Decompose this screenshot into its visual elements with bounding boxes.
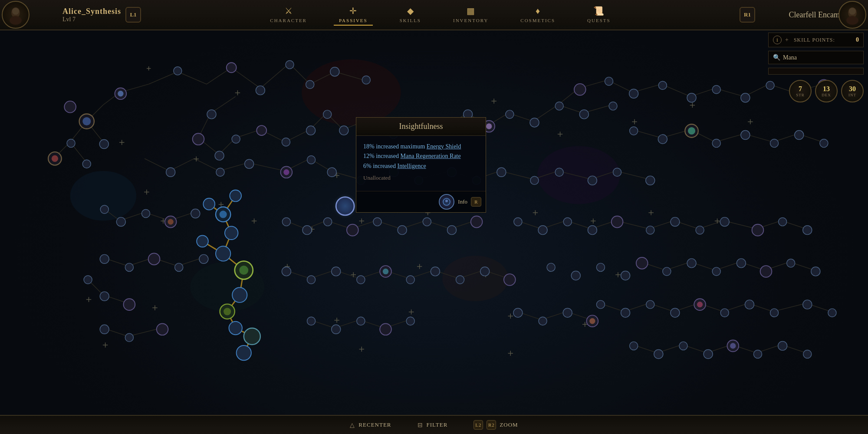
character-name: Alice_Synthesis bbox=[62, 7, 121, 16]
bottom-bar: △ RECENTER ⊟ FILTER L2 R2 ZOOM bbox=[0, 415, 868, 434]
svg-point-262 bbox=[849, 8, 856, 15]
navigation-tabs: ⚔ CHARACTER ✛ PASSIVES ◆ SKILLS ▦ INVENT… bbox=[145, 4, 735, 26]
svg-point-259 bbox=[12, 8, 19, 15]
right-panel: i + SKILL POINTS: 0 🔍 7 STR 13 DEX 30 IN… bbox=[768, 33, 864, 106]
search-input[interactable] bbox=[783, 54, 859, 61]
zoom-button[interactable]: L2 R2 ZOOM bbox=[473, 420, 518, 430]
search-icon: 🔍 bbox=[773, 54, 780, 61]
character-tab-label: CHARACTER bbox=[270, 18, 307, 23]
plus-icon: + bbox=[785, 36, 789, 43]
tab-quests[interactable]: 📜 QUESTS bbox=[582, 4, 616, 26]
str-label: STR bbox=[796, 93, 805, 97]
cosmetics-tab-label: COSMETICS bbox=[520, 18, 555, 23]
tooltip-status: Unallocated bbox=[363, 171, 479, 185]
passives-tab-icon: ✛ bbox=[349, 6, 357, 16]
tab-inventory[interactable]: ▦ INVENTORY bbox=[448, 4, 493, 26]
svg-point-261 bbox=[846, 16, 858, 25]
character-avatar-right bbox=[838, 1, 866, 29]
skill-points-bar: i + SKILL POINTS: 0 bbox=[768, 33, 864, 47]
recenter-label: RECENTER bbox=[358, 421, 391, 428]
dex-value: 13 bbox=[823, 85, 830, 93]
svg-point-264 bbox=[445, 200, 448, 202]
tooltip-r-button[interactable]: R bbox=[471, 197, 481, 207]
character-tab-icon: ⚔ bbox=[285, 6, 293, 16]
info-icon[interactable]: i bbox=[773, 36, 782, 44]
filter-label: FILTER bbox=[427, 421, 448, 428]
tooltip-info-button[interactable]: Info bbox=[458, 198, 467, 205]
skills-tab-icon: ◆ bbox=[407, 6, 414, 16]
zoom-label: ZOOM bbox=[500, 421, 518, 428]
tooltip-stat-2-keyword: Mana Regeneration Rate bbox=[401, 153, 461, 159]
character-avatar bbox=[2, 1, 30, 29]
tab-character[interactable]: ⚔ CHARACTER bbox=[265, 4, 312, 26]
tooltip-footer: Info R bbox=[356, 191, 486, 212]
tab-passives[interactable]: ✛ PASSIVES bbox=[334, 4, 373, 26]
dexterity-stat[interactable]: 13 DEX bbox=[815, 80, 838, 102]
int-label: INT bbox=[848, 93, 856, 97]
passive-tree-background bbox=[0, 0, 868, 434]
r2-button: R2 bbox=[487, 420, 496, 430]
cosmetics-tab-icon: ♦ bbox=[536, 6, 540, 16]
inventory-tab-label: INVENTORY bbox=[453, 18, 488, 23]
recenter-button[interactable]: △ RECENTER bbox=[350, 421, 391, 429]
str-value: 7 bbox=[799, 85, 802, 93]
tooltip-body: 18% increased maximum Energy Shield 12% … bbox=[356, 136, 486, 191]
skill-tooltip: Insightfulness 18% increased maximum Ene… bbox=[356, 117, 486, 213]
character-level: Lvl 7 bbox=[62, 16, 121, 23]
quests-tab-label: QUESTS bbox=[587, 18, 611, 23]
l2-button: L2 bbox=[473, 420, 483, 430]
character-name-section: Alice_Synthesis Lvl 7 bbox=[30, 7, 121, 23]
tooltip-title: Insightfulness bbox=[356, 118, 486, 136]
top-navigation-bar: Alice_Synthesis Lvl 7 L1 ⚔ CHARACTER ✛ P… bbox=[0, 0, 868, 30]
tooltip-node-icon bbox=[439, 194, 454, 210]
strength-stat[interactable]: 7 STR bbox=[789, 80, 812, 102]
l1-button[interactable]: L1 bbox=[125, 7, 141, 23]
svg-point-258 bbox=[10, 16, 22, 25]
tab-cosmetics[interactable]: ♦ COSMETICS bbox=[515, 4, 560, 26]
tooltip-stat-1: 18% increased maximum Energy Shield bbox=[363, 142, 479, 151]
passives-tab-label: PASSIVES bbox=[339, 18, 368, 23]
skills-tab-label: SKILLS bbox=[400, 18, 421, 23]
filter-icon: ⊟ bbox=[418, 421, 423, 429]
tooltip-stat-2: 12% increased Mana Regeneration Rate bbox=[363, 151, 479, 161]
search-bar[interactable]: 🔍 bbox=[768, 51, 864, 64]
tooltip-stat-3: 6% increased Intelligence bbox=[363, 161, 479, 171]
stat-row: 7 STR 13 DEX 30 INT bbox=[768, 80, 864, 102]
skill-points-label: SKILL POINTS: bbox=[794, 37, 852, 43]
quests-tab-icon: 📜 bbox=[593, 6, 604, 16]
int-value: 30 bbox=[849, 85, 856, 93]
tab-skills[interactable]: ◆ SKILLS bbox=[395, 4, 426, 26]
tooltip-stat-1-keyword: Energy Shield bbox=[427, 143, 461, 150]
filter-button[interactable]: ⊟ FILTER bbox=[418, 421, 448, 429]
inventory-tab-icon: ▦ bbox=[467, 6, 475, 16]
skill-points-value: 0 bbox=[856, 36, 859, 43]
recenter-icon: △ bbox=[350, 421, 355, 429]
dex-label: DEX bbox=[822, 93, 831, 97]
tooltip-stat-3-keyword: Intelligence bbox=[398, 163, 426, 169]
r1-button[interactable]: R1 bbox=[740, 7, 755, 23]
intelligence-stat[interactable]: 30 INT bbox=[841, 80, 864, 102]
search-filter-indicator bbox=[768, 68, 864, 75]
